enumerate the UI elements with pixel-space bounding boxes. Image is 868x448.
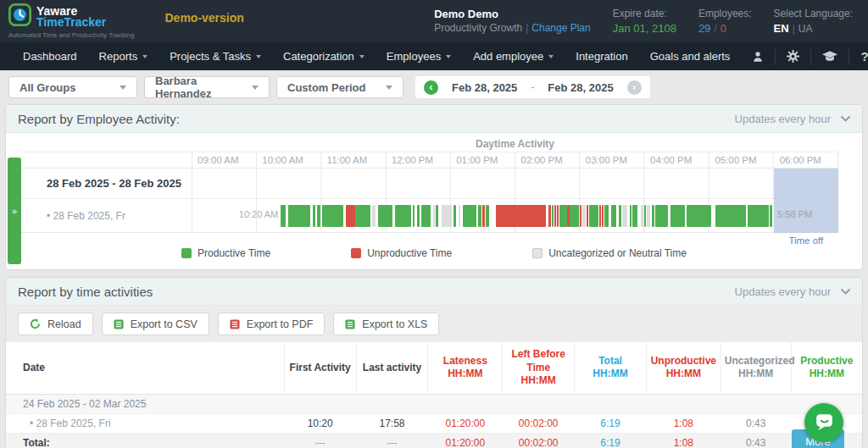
table-panel-header: Report by time activities Updates every … xyxy=(6,278,862,306)
gear-icon[interactable] xyxy=(775,49,810,64)
date-group-label: 24 Feb 2025 - 02 Mar 2025 xyxy=(6,394,862,413)
productive-segment xyxy=(770,205,772,227)
cell: 00:02:00 xyxy=(503,413,575,433)
graduation-cap-icon[interactable] xyxy=(810,49,849,64)
date-range-picker[interactable]: ‹ Feb 28, 2025 - Feb 28, 2025 › xyxy=(415,76,650,98)
export-pdf-button[interactable]: Export to PDF xyxy=(218,312,326,335)
total-cell: --- xyxy=(356,433,428,448)
chat-bubble-icon xyxy=(813,410,836,436)
nav-item-add-employee[interactable]: Add employee xyxy=(473,50,554,63)
neutral-segment xyxy=(442,205,452,227)
neutral-segment xyxy=(433,205,435,227)
account-block: Demo Demo Productivity Growth|Change Pla… xyxy=(434,7,591,36)
unproductive-segment xyxy=(554,205,556,227)
prev-day-button[interactable]: ‹ xyxy=(424,80,438,95)
nav-item-reports[interactable]: Reports xyxy=(99,50,148,63)
nav-item-label: Integration xyxy=(576,50,627,63)
sidebar-expand-tab[interactable]: » xyxy=(8,158,21,264)
collapse-panel-chevron-icon[interactable] xyxy=(841,289,850,295)
reload-icon xyxy=(30,318,41,329)
productive-segment xyxy=(478,205,481,227)
unproductive-segment xyxy=(567,205,569,227)
chevron-down-icon xyxy=(142,55,147,58)
neutral-segment xyxy=(622,205,627,227)
productive-segment xyxy=(317,205,320,227)
employees-block: Employees: 29/0 xyxy=(698,7,752,36)
time-off-label: Time off xyxy=(774,235,838,246)
total-cell: --- xyxy=(284,433,356,448)
group-select[interactable]: All Groups xyxy=(8,76,137,98)
productive-segment xyxy=(413,205,415,227)
employees-label: Employees: xyxy=(698,7,752,21)
neutral-segment xyxy=(647,205,650,227)
chart-date-range: 28 Feb 2025 - 28 Feb 2025 xyxy=(18,177,181,190)
column-sub-label: HH:MM xyxy=(593,368,627,379)
nav-item-categorization[interactable]: Categorization xyxy=(283,50,364,63)
chart-row-label: • 28 Feb 2025, Fr xyxy=(18,210,125,222)
chat-widget-button[interactable] xyxy=(804,403,843,442)
language-en[interactable]: EN xyxy=(774,22,789,35)
nav-item-integration[interactable]: Integration xyxy=(576,50,627,63)
nav-item-employees[interactable]: Employees xyxy=(387,50,451,63)
legend-swatch xyxy=(351,248,361,258)
cell: 01:20:00 xyxy=(428,413,503,433)
chevron-down-icon xyxy=(386,86,392,90)
table-row[interactable]: • 28 Feb 2025, Fri10:2017:5801:20:0000:0… xyxy=(6,413,862,433)
legend-swatch xyxy=(181,248,192,258)
productive-segment xyxy=(632,205,637,227)
column-label: Lateness xyxy=(443,355,487,367)
expire-block: Expire date: Jan 01, 2108 xyxy=(613,7,676,36)
time-activities-panel: Report by time activities Updates every … xyxy=(5,277,863,448)
account-plan: Productivity Growth xyxy=(434,22,522,34)
activity-bars xyxy=(192,205,838,227)
productive-segment xyxy=(378,205,392,227)
language-ua[interactable]: UA xyxy=(798,23,813,35)
logo[interactable]: Yaware TimeTracker Automated Time and Pr… xyxy=(0,3,134,39)
nav-item-projects-tasks[interactable]: Projects & Tasks xyxy=(170,50,261,63)
chevron-down-icon xyxy=(446,55,451,58)
unproductive-segment xyxy=(496,205,546,227)
change-plan-link[interactable]: Change Plan xyxy=(531,22,590,34)
button-label: Reload xyxy=(47,318,81,330)
productive-segment xyxy=(395,205,411,227)
cell: 1:08 xyxy=(646,413,721,433)
export-xls-button[interactable]: Export to XLS xyxy=(333,312,439,335)
updates-label: Updates every hour xyxy=(735,113,831,125)
productive-segment xyxy=(644,205,646,227)
csv-file-icon xyxy=(114,319,124,329)
collapse-panel-chevron-icon[interactable] xyxy=(841,116,850,122)
next-day-button[interactable]: › xyxy=(627,80,642,95)
chevron-down-icon xyxy=(120,86,126,90)
legend-label: Productive Time xyxy=(198,247,270,259)
demo-version-label: Demo-version xyxy=(164,11,243,25)
nav-item-label: Categorization xyxy=(283,50,354,63)
reload-button[interactable]: Reload xyxy=(18,312,93,335)
unproductive-segment xyxy=(602,205,604,227)
column-header-last-activity: Last activity xyxy=(356,342,428,394)
export-csv-button[interactable]: Export to CSV xyxy=(102,312,209,335)
help-icon[interactable]: ? xyxy=(849,49,868,64)
total-cell: 6:19 xyxy=(575,433,647,448)
period-select[interactable]: Custom Period xyxy=(276,76,403,98)
productive-segment xyxy=(604,205,609,227)
date-group-row: 24 Feb 2025 - 02 Mar 2025 xyxy=(6,394,862,413)
productive-segment xyxy=(453,205,456,227)
productive-segment xyxy=(619,205,621,227)
productive-segment xyxy=(715,205,746,227)
column-sub-label: HH:MM xyxy=(738,368,773,379)
table-body: 24 Feb 2025 - 02 Mar 2025• 28 Feb 2025, … xyxy=(6,394,862,448)
nav-item-dashboard[interactable]: Dashboard xyxy=(23,50,77,63)
legend-item: Unproductive Time xyxy=(351,247,452,259)
unproductive-segment xyxy=(580,205,581,227)
nav-item-goals-alerts[interactable]: Goals and alerts xyxy=(650,50,731,63)
table-toolbar: ReloadExport to CSVExport to PDFExport t… xyxy=(6,306,862,342)
nav-item-label: Add employee xyxy=(473,50,543,63)
neutral-segment xyxy=(459,205,460,227)
table-panel-title: Report by time activities xyxy=(18,285,153,299)
employee-select[interactable]: Barbara Hernandez xyxy=(144,76,270,98)
chart-legend: Productive TimeUnproductive TimeUncatego… xyxy=(6,233,862,269)
chevron-down-icon xyxy=(359,55,364,58)
user-icon[interactable] xyxy=(741,49,775,64)
column-label: First Activity xyxy=(290,362,351,373)
filter-bar: All Groups Barbara Hernandez Custom Peri… xyxy=(0,70,868,104)
